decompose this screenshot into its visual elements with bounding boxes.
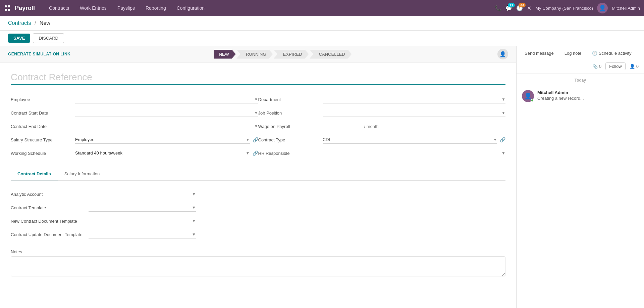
followers-count-item[interactable]: 👤 0 bbox=[630, 64, 639, 69]
salary-structure-external-link-icon[interactable]: 🔗 bbox=[253, 137, 258, 142]
pipeline-step-cancelled[interactable]: CANCELLED bbox=[310, 50, 352, 59]
generate-simulation-link[interactable]: GENERATE SIMULATION LINK bbox=[8, 52, 70, 56]
contract-end-field-row: Contract End Date ▼ bbox=[11, 120, 258, 133]
employee-input[interactable] bbox=[75, 95, 258, 103]
form-col-right: Department ▼ Job Position bbox=[258, 93, 506, 160]
analytic-account-label: Analytic Account bbox=[11, 192, 85, 197]
working-schedule-external-link-icon[interactable]: 🔗 bbox=[253, 150, 258, 156]
chatter-panel: Send message Log note 🕐 Schedule activit… bbox=[517, 46, 644, 308]
contract-type-select[interactable]: CDI bbox=[323, 136, 497, 144]
chatter-message-item: 👤 Mitchell Admin Creating a new record..… bbox=[517, 87, 644, 105]
job-position-value: ▼ bbox=[323, 109, 506, 117]
working-schedule-select[interactable]: Standard 40 hours/week bbox=[75, 149, 250, 157]
form-panel: GENERATE SIMULATION LINK NEW RUNNING EXP… bbox=[0, 46, 517, 308]
hr-responsible-value: ▼ bbox=[323, 149, 506, 157]
attachments-count: 0 bbox=[599, 64, 601, 69]
send-message-button[interactable]: Send message bbox=[522, 49, 556, 57]
working-schedule-value: Standard 40 hours/week ▼ 🔗 bbox=[75, 149, 258, 157]
main-layout: GENERATE SIMULATION LINK NEW RUNNING EXP… bbox=[0, 46, 644, 308]
job-position-input[interactable] bbox=[323, 109, 506, 117]
paperclip-icon: 📎 bbox=[592, 64, 598, 69]
contract-template-value: ▼ bbox=[89, 204, 196, 212]
breadcrumb-separator: / bbox=[35, 20, 36, 26]
notes-textarea[interactable] bbox=[11, 256, 505, 276]
clock-icon: 🕐 bbox=[592, 51, 597, 56]
contract-end-label: Contract End Date bbox=[11, 124, 71, 129]
chat-icon[interactable]: 💬 11 bbox=[505, 5, 512, 11]
wage-label: Wage on Payroll bbox=[258, 124, 319, 129]
form-col-left: Employee ▼ Contract Start Date 0 bbox=[11, 93, 258, 160]
discard-button[interactable]: DISCARD bbox=[33, 33, 64, 43]
contract-end-wrapper: ▼ bbox=[75, 122, 258, 130]
phone-icon[interactable]: 📞 bbox=[495, 5, 501, 11]
department-field-row: Department ▼ bbox=[258, 93, 506, 106]
log-note-button[interactable]: Log note bbox=[562, 49, 584, 57]
contract-start-input[interactable]: 01/20/2022 bbox=[75, 109, 258, 117]
pipeline-step-new[interactable]: NEW bbox=[214, 50, 236, 59]
menu-configuration[interactable]: Configuration bbox=[172, 4, 209, 12]
hr-responsible-field-row: HR Responsible ▼ bbox=[258, 146, 506, 160]
schedule-activity-button[interactable]: 🕐 Schedule activity bbox=[589, 49, 634, 57]
chat-badge: 11 bbox=[508, 3, 515, 7]
svg-rect-3 bbox=[8, 9, 10, 11]
contract-template-row: Contract Template ▼ bbox=[11, 201, 505, 214]
wage-input[interactable]: $0.00 bbox=[323, 122, 363, 130]
wage-field-row: Wage on Payroll $0.00 / month bbox=[258, 120, 506, 133]
contract-update-doc-row: Contract Update Document Template ▼ bbox=[11, 228, 505, 241]
hr-responsible-label: HR Responsible bbox=[258, 151, 319, 156]
chatter-avatar: 👤 bbox=[522, 90, 534, 102]
contract-end-input[interactable] bbox=[75, 122, 258, 130]
analytic-account-input[interactable] bbox=[89, 190, 196, 198]
new-contract-doc-row: New Contract Document Template ▼ bbox=[11, 214, 505, 228]
contract-start-field-row: Contract Start Date 01/20/2022 ▼ bbox=[11, 106, 258, 120]
wage-suffix: / month bbox=[364, 124, 379, 129]
chatter-message-body: Mitchell Admin Creating a new record... bbox=[537, 90, 639, 102]
contract-update-doc-input[interactable] bbox=[89, 230, 196, 238]
breadcrumb-parent[interactable]: Contracts bbox=[8, 20, 31, 26]
salary-structure-label: Salary Structure Type bbox=[11, 137, 71, 142]
employee-value: ▼ bbox=[75, 95, 258, 103]
chatter-date-divider: Today bbox=[517, 74, 644, 87]
chatter-message-text: Creating a new record... bbox=[537, 96, 639, 101]
contract-update-doc-value: ▼ bbox=[89, 230, 196, 238]
working-schedule-label: Working Schedule bbox=[11, 151, 71, 156]
menu-payslips[interactable]: Payslips bbox=[113, 4, 140, 12]
pipeline-step-running[interactable]: RUNNING bbox=[236, 50, 273, 59]
record-avatar: 👤 bbox=[497, 49, 508, 59]
menu-reporting[interactable]: Reporting bbox=[141, 4, 171, 12]
attachments-count-item[interactable]: 📎 0 bbox=[592, 64, 601, 69]
department-input[interactable] bbox=[323, 95, 506, 103]
job-position-wrapper: ▼ bbox=[323, 109, 506, 117]
chatter-message-author: Mitchell Admin bbox=[537, 90, 639, 95]
contract-template-input[interactable] bbox=[89, 204, 196, 212]
contract-update-doc-label: Contract Update Document Template bbox=[11, 232, 85, 237]
department-wrapper: ▼ bbox=[323, 95, 506, 103]
menu-contracts[interactable]: Contracts bbox=[44, 4, 74, 12]
contract-type-external-link-icon[interactable]: 🔗 bbox=[500, 137, 505, 142]
close-icon[interactable]: ✕ bbox=[527, 5, 531, 11]
menu-work-entries[interactable]: Work Entries bbox=[75, 4, 111, 12]
salary-structure-wrapper: Employee ▼ bbox=[75, 136, 250, 144]
tab-salary-information[interactable]: Salary Information bbox=[58, 168, 107, 180]
job-position-field-row: Job Position ▼ bbox=[258, 106, 506, 120]
contract-start-value: 01/20/2022 ▼ bbox=[75, 109, 258, 117]
activity-icon[interactable]: 🕐 33 bbox=[516, 5, 523, 11]
grid-menu-icon[interactable] bbox=[4, 5, 11, 11]
contract-type-value: CDI ▼ 🔗 bbox=[323, 136, 506, 144]
status-pipeline: NEW RUNNING EXPIRED CANCELLED bbox=[214, 50, 352, 59]
new-contract-doc-input[interactable] bbox=[89, 217, 196, 225]
follow-button[interactable]: Follow bbox=[605, 62, 626, 70]
pipeline-step-expired[interactable]: EXPIRED bbox=[274, 50, 309, 59]
salary-structure-select[interactable]: Employee bbox=[75, 136, 250, 144]
avatar[interactable]: 👤 bbox=[597, 3, 608, 13]
salary-structure-field-row: Salary Structure Type Employee ▼ 🔗 bbox=[11, 133, 258, 146]
department-value: ▼ bbox=[323, 95, 506, 103]
topnav-right-area: 📞 💬 11 🕐 33 ✕ My Company (San Francisco)… bbox=[495, 3, 640, 13]
hr-responsible-input[interactable] bbox=[323, 149, 506, 157]
breadcrumb: Contracts / New bbox=[0, 16, 644, 31]
save-button[interactable]: SAVE bbox=[8, 34, 30, 43]
contract-reference-input[interactable] bbox=[11, 71, 505, 85]
breadcrumb-current: New bbox=[40, 20, 50, 26]
tab-contract-details[interactable]: Contract Details bbox=[11, 168, 58, 180]
contract-start-wrapper: 01/20/2022 ▼ bbox=[75, 109, 258, 117]
